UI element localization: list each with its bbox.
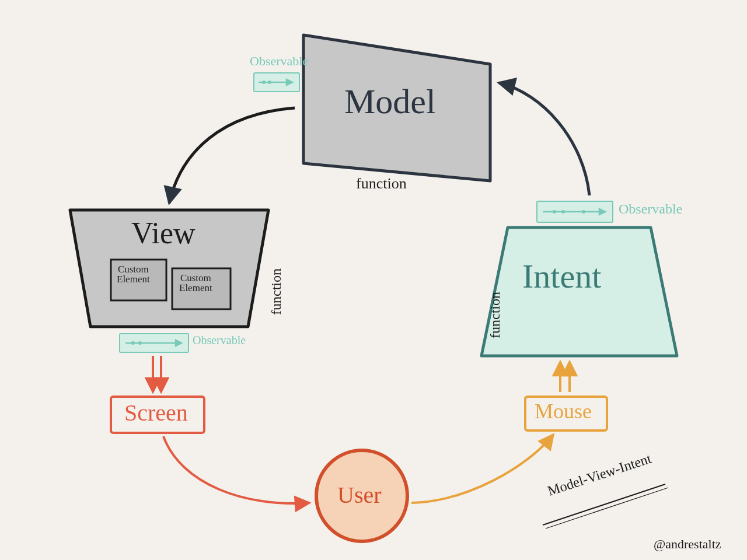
observable-view — [120, 334, 189, 352]
observable-intent — [537, 201, 613, 222]
label-obs-view: Observable — [193, 334, 246, 347]
arrow-screen-to-user — [163, 436, 309, 503]
arrow-mouse-to-intent — [560, 362, 570, 392]
svg-point-14 — [131, 341, 135, 345]
footer-credit: @andrestaltz — [654, 537, 721, 552]
label-model: Model — [344, 82, 436, 122]
arrow-model-to-view — [169, 108, 295, 203]
observable-model — [254, 73, 299, 92]
label-mouse: Mouse — [535, 399, 592, 424]
label-view: View — [131, 216, 196, 250]
arrow-user-to-mouse — [411, 435, 553, 503]
label-obs-model: Observable — [250, 54, 308, 69]
diagram-canvas: Model function View function Custom Elem… — [0, 0, 747, 560]
label-model-sub: function — [356, 175, 407, 192]
svg-point-20 — [582, 210, 585, 214]
arrow-intent-to-model — [499, 83, 589, 195]
label-obs-intent: Observable — [619, 201, 682, 217]
svg-point-19 — [561, 210, 565, 214]
svg-point-15 — [138, 341, 142, 345]
label-custom-el-2: Custom Element — [179, 273, 212, 293]
svg-point-18 — [553, 210, 556, 214]
arrow-view-to-screen — [153, 356, 161, 392]
svg-point-11 — [268, 80, 271, 84]
label-intent-sub: function — [487, 292, 503, 338]
label-custom-el-1: Custom Element — [117, 264, 150, 284]
svg-point-10 — [262, 80, 266, 84]
label-screen: Screen — [124, 399, 188, 426]
label-intent: Intent — [522, 257, 601, 296]
label-view-sub: function — [268, 268, 284, 315]
label-user: User — [337, 481, 382, 509]
